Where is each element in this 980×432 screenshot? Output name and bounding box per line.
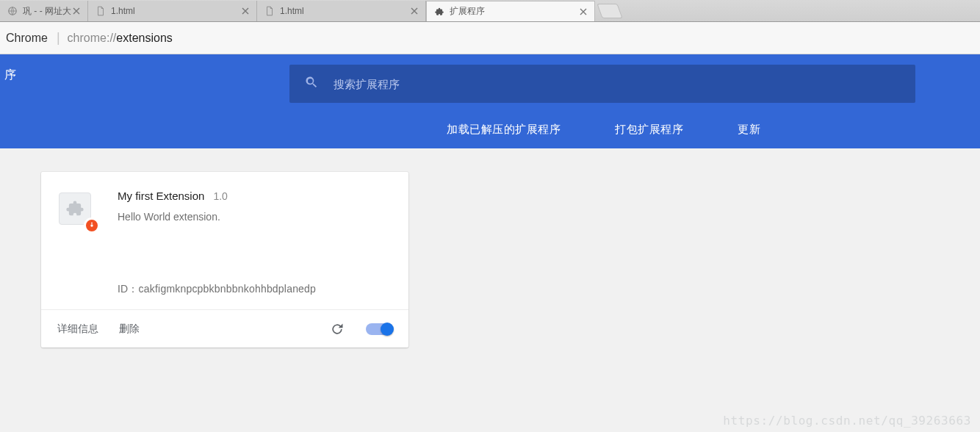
search-container[interactable] [289,65,915,103]
omnibox-row: Chrome | chrome://extensions [0,22,980,54]
extension-id-value: cakfigmknpcpbkbnbbnkohhbdplanedp [139,283,316,295]
chrome-brand-label: Chrome [6,32,48,45]
tab-title: 巩 - - 网址大 [23,5,71,18]
pack-extension-button[interactable]: 打包扩展程序 [615,123,683,137]
close-icon[interactable] [409,6,419,16]
enabled-toggle[interactable] [366,323,392,335]
file-icon [96,6,106,16]
extensions-grid: My first Extension 1.0 Hello World exten… [0,148,980,348]
tab-title: 扩展程序 [450,5,578,18]
extensions-header: 序 加载已解压的扩展程序 打包扩展程序 更新 [0,54,980,148]
watermark: https://blog.csdn.net/qq_39263663 [723,414,971,428]
extension-name: My first Extension [118,190,204,202]
browser-tab[interactable]: 1.html [88,1,257,21]
dev-mode-badge-icon [84,217,100,234]
remove-button[interactable]: 删除 [119,323,140,336]
tab-title: 1.html [280,6,409,16]
url-path: extensions [116,32,173,44]
url-divider: | [57,30,60,46]
extension-version: 1.0 [213,190,227,202]
extension-icon-wrap [59,192,96,229]
reload-icon[interactable] [329,321,345,337]
tab-title: 1.html [111,6,240,16]
header-actions: 加载已解压的扩展程序 打包扩展程序 更新 [0,110,980,148]
close-icon[interactable] [240,6,251,16]
extension-id: ID：cakfigmknpcpbkbnbbnkohhbdplanedp [118,283,391,296]
search-input[interactable] [334,78,904,90]
url-scheme: chrome:// [68,32,117,44]
close-icon[interactable] [71,6,82,16]
browser-tab-strip: 巩 - - 网址大 1.html 1.html 扩展程序 [0,0,980,22]
extension-id-label: ID： [118,283,139,295]
globe-icon [7,6,18,16]
puzzle-icon [434,7,444,17]
toggle-knob [381,323,394,336]
svg-rect-2 [91,223,93,224]
extension-description: Hello World extension. [118,211,391,223]
card-footer: 详细信息 删除 [41,309,408,348]
browser-tab[interactable]: 1.html [257,1,426,21]
close-icon[interactable] [578,7,588,17]
header-title-fragment: 序 [0,54,16,96]
browser-tab-active[interactable]: 扩展程序 [426,1,595,21]
details-button[interactable]: 详细信息 [57,323,98,336]
new-tab-button[interactable] [597,4,622,18]
update-button[interactable]: 更新 [738,123,760,137]
extension-card: My first Extension 1.0 Hello World exten… [41,172,408,348]
search-icon [304,75,319,93]
file-icon [264,6,275,16]
svg-point-1 [90,224,93,226]
extension-meta: My first Extension 1.0 Hello World exten… [118,190,391,296]
load-unpacked-button[interactable]: 加载已解压的扩展程序 [447,123,561,137]
url-display[interactable]: chrome://extensions [68,32,173,45]
card-body: My first Extension 1.0 Hello World exten… [41,172,408,309]
browser-tab[interactable]: 巩 - - 网址大 [0,1,88,21]
